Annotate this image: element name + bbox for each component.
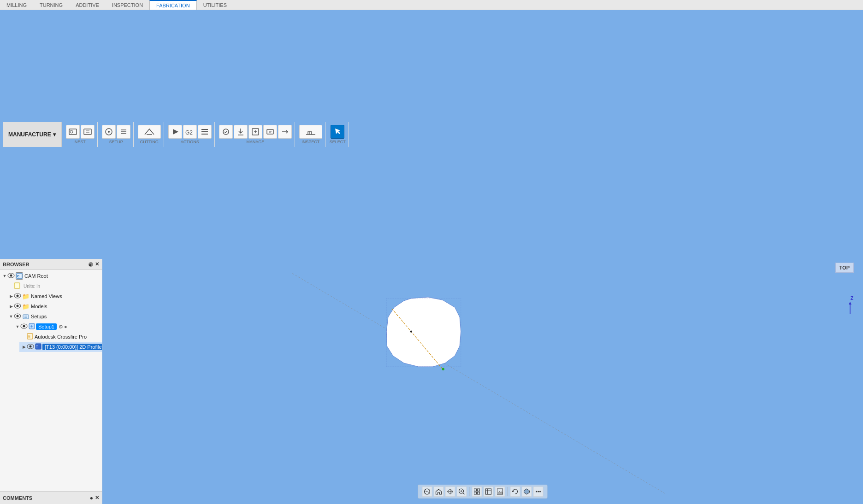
bt-orbit[interactable] bbox=[422, 486, 432, 497]
bt-home[interactable] bbox=[434, 486, 444, 497]
inspect-group: INSPECT bbox=[296, 122, 325, 147]
tab-fabrication[interactable]: FABRICATION bbox=[149, 0, 197, 10]
cam-root-expand[interactable]: ▼ bbox=[2, 273, 7, 279]
actions-icon-3[interactable] bbox=[198, 125, 212, 139]
cutting-icon-1[interactable] bbox=[138, 125, 161, 139]
svg-text:T: T bbox=[36, 345, 38, 348]
manufacture-button[interactable]: MANUFACTURE ▾ bbox=[3, 122, 62, 147]
manage-icon-4[interactable] bbox=[263, 125, 277, 139]
manage-icon-1[interactable] bbox=[219, 125, 233, 139]
tree-setup1[interactable]: ▼ Setup1 ⚙ ● bbox=[13, 322, 102, 332]
bt-render[interactable] bbox=[495, 486, 505, 497]
nest-group: NEST bbox=[63, 122, 98, 147]
sidebar: BROWSER ● ✕ ▼ C CAM Root bbox=[0, 259, 102, 504]
profile1-label: [T13 (0:00:00)] 2D Profile1 bbox=[42, 344, 102, 350]
crossfire-label: Autodesk Crossfire Pro bbox=[35, 334, 87, 340]
nest-icon-1[interactable] bbox=[66, 125, 80, 139]
tree-named-views[interactable]: ▶ 📁 Named Views bbox=[6, 291, 102, 301]
z-axis-label: Z bbox=[851, 296, 853, 301]
svg-marker-57 bbox=[524, 489, 530, 494]
tab-turning[interactable]: TURNING bbox=[33, 0, 69, 10]
svg-rect-10 bbox=[201, 134, 208, 135]
bt-pan[interactable] bbox=[445, 486, 455, 497]
nest-icons bbox=[66, 125, 95, 139]
bt-zoom[interactable] bbox=[457, 486, 467, 497]
setups-expand[interactable]: ▼ bbox=[8, 314, 14, 319]
profile1-eye[interactable] bbox=[27, 344, 34, 350]
comments-dot[interactable]: ● bbox=[90, 495, 93, 501]
tab-inspection[interactable]: INSPECTION bbox=[106, 0, 149, 10]
comments-close[interactable]: ✕ bbox=[95, 495, 99, 501]
svg-marker-37 bbox=[386, 297, 461, 367]
viewport-top-label: TOP bbox=[835, 263, 854, 273]
models-expand[interactable]: ▶ bbox=[8, 304, 14, 309]
svg-rect-54 bbox=[486, 489, 491, 494]
models-eye[interactable] bbox=[14, 303, 21, 310]
named-views-eye[interactable] bbox=[14, 293, 21, 299]
tree-setups[interactable]: ▼ Setups bbox=[6, 311, 102, 322]
tree-crossfire[interactable]: M Autodesk Crossfire Pro bbox=[19, 332, 102, 342]
bt-view[interactable] bbox=[484, 486, 494, 497]
actions-label: ACTIONS bbox=[181, 140, 199, 144]
svg-line-42 bbox=[392, 309, 443, 369]
toolbar-icons: MANUFACTURE ▾ NEST bbox=[0, 10, 863, 259]
select-group: SELECT bbox=[327, 122, 349, 147]
setup-icon-2[interactable] bbox=[117, 125, 130, 139]
bt-rotate[interactable] bbox=[510, 486, 520, 497]
tab-additive[interactable]: ADDITIVE bbox=[69, 0, 106, 10]
manage-icons bbox=[219, 125, 292, 139]
nest-label: NEST bbox=[75, 140, 86, 144]
named-views-expand[interactable]: ▶ bbox=[8, 293, 14, 299]
svg-point-16 bbox=[10, 275, 12, 277]
inspect-icon-1[interactable] bbox=[299, 125, 322, 139]
svg-rect-50 bbox=[474, 489, 477, 491]
bt-more[interactable] bbox=[533, 486, 544, 497]
svg-point-23 bbox=[17, 305, 19, 307]
actions-icons: G2 bbox=[168, 125, 212, 139]
svg-rect-9 bbox=[201, 131, 208, 132]
setup-icons bbox=[102, 125, 130, 139]
actions-icon-1[interactable] bbox=[168, 125, 182, 139]
svg-point-1 bbox=[70, 130, 73, 133]
setup1-eye[interactable] bbox=[20, 323, 28, 330]
tree-cam-root[interactable]: ▼ C CAM Root bbox=[0, 271, 102, 281]
comments-bar: COMMENTS ● ✕ bbox=[0, 491, 102, 504]
tree-models[interactable]: ▶ 📁 Models bbox=[6, 301, 102, 311]
cam-root-eye[interactable] bbox=[7, 273, 15, 279]
viewport[interactable]: TOP Z bbox=[102, 259, 863, 504]
manage-icon-2[interactable] bbox=[234, 125, 248, 139]
setup1-more[interactable]: ● bbox=[64, 324, 67, 329]
inspect-label: INSPECT bbox=[301, 140, 319, 144]
svg-line-36 bbox=[292, 274, 666, 494]
named-views-label: Named Views bbox=[31, 293, 62, 299]
manage-icon-3[interactable] bbox=[248, 125, 262, 139]
actions-icon-2[interactable]: G2 bbox=[183, 125, 197, 139]
svg-point-21 bbox=[17, 295, 19, 297]
svg-point-58 bbox=[536, 491, 537, 492]
svg-text:C: C bbox=[17, 275, 19, 278]
browser-dot[interactable]: ● bbox=[89, 262, 93, 267]
cutting-label: CUTTING bbox=[140, 140, 159, 144]
bt-grid[interactable] bbox=[472, 486, 482, 497]
setup1-settings[interactable]: ⚙ bbox=[59, 324, 63, 330]
setup-icon-1[interactable] bbox=[102, 125, 116, 139]
svg-rect-14 bbox=[267, 129, 273, 134]
setups-eye[interactable] bbox=[14, 313, 21, 320]
setup1-expand[interactable]: ▼ bbox=[15, 324, 20, 329]
select-icon-1[interactable] bbox=[331, 125, 344, 139]
browser-close[interactable]: ✕ bbox=[95, 261, 99, 267]
nest-icon-2[interactable] bbox=[81, 125, 95, 139]
models-folder-icon: 📁 bbox=[22, 303, 30, 310]
comments-label: COMMENTS bbox=[3, 495, 32, 501]
tab-utilities[interactable]: UTILITIES bbox=[197, 0, 233, 10]
bt-material[interactable] bbox=[522, 486, 532, 497]
units-icon bbox=[14, 282, 20, 290]
tab-milling[interactable]: MILLING bbox=[0, 0, 33, 10]
app: MILLING TURNING ADDITIVE INSPECTION FABR… bbox=[0, 0, 863, 504]
manage-icon-5[interactable] bbox=[278, 125, 292, 139]
profile1-expand[interactable]: ▶ bbox=[21, 344, 27, 350]
tree-profile1[interactable]: ▶ T [T13 (0:00:00)] 2D Profile1 bbox=[19, 342, 102, 352]
svg-marker-6 bbox=[173, 129, 178, 135]
cam-root-icon: C bbox=[16, 272, 23, 280]
browser-content: ▼ C CAM Root ▶ Units: in bbox=[0, 270, 102, 491]
